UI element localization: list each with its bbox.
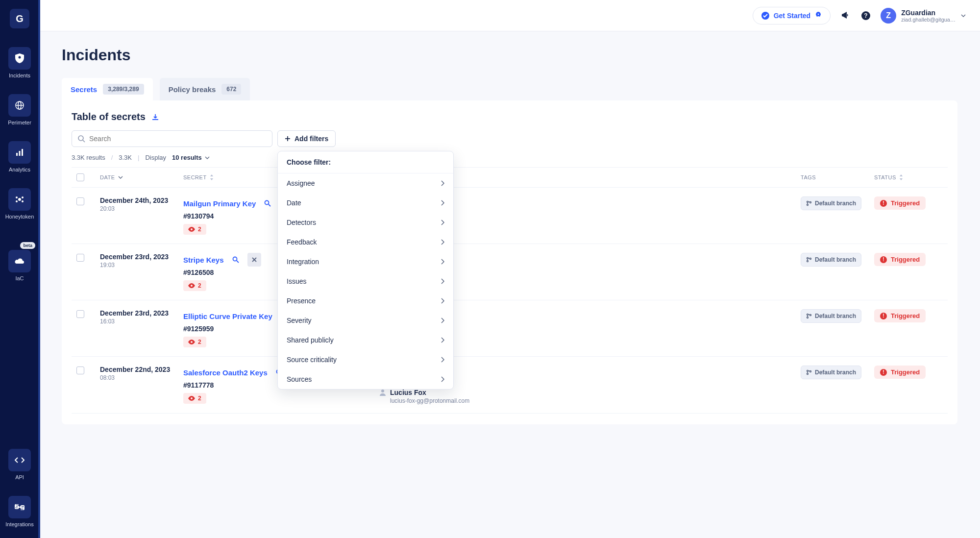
chevron-right-icon [441,180,444,186]
filter-option[interactable]: Shared publicly [278,330,453,350]
col-date[interactable]: DATE [100,174,183,180]
sidebar-item-honeytoken[interactable]: Honeytoken [2,183,37,223]
status-badge: ! Triggered [874,253,926,266]
svg-point-55 [807,317,808,318]
row-date: December 22nd, 2023 [100,366,183,373]
svg-point-16 [818,13,819,14]
results-total: 3.3K [119,154,132,161]
filter-option[interactable]: Severity [278,311,453,330]
sidebar-item-perimeter[interactable]: Perimeter [2,89,37,129]
person-email: lucius-fox-gg@protonmail.com [390,397,801,404]
secret-link[interactable]: Elliptic Curve Private Key [183,312,272,320]
close-icon[interactable] [247,253,261,267]
filter-option-label: Presence [287,297,316,305]
filter-option-label: Source criticality [287,356,337,364]
chevron-down-icon [960,13,966,19]
row-date: December 23rd, 2023 [100,253,183,261]
check-circle-icon [761,11,770,20]
filter-option[interactable]: Source criticality [278,350,453,369]
avatar: Z [881,8,896,24]
col-status[interactable]: STATUS [874,174,943,180]
display-select[interactable]: 10 results [172,154,210,161]
chevron-right-icon [441,318,444,323]
filter-option[interactable]: Presence [278,291,453,311]
search-input[interactable] [72,130,272,147]
help-icon[interactable]: ? [860,10,872,22]
get-started-button[interactable]: Get Started [753,7,831,24]
panel-title: Table of secrets [72,111,146,122]
get-started-label: Get Started [774,12,810,20]
svg-point-9 [22,196,24,198]
plus-icon [285,136,291,142]
rocket-icon [814,12,822,20]
filter-option[interactable]: Date [278,193,453,213]
add-filters-button[interactable]: Add filters [277,130,336,147]
row-checkbox[interactable] [76,197,84,205]
select-all-checkbox[interactable] [76,173,84,181]
magnify-icon[interactable] [229,253,243,267]
filter-option[interactable]: Assignee [278,173,453,193]
sidebar-item-label: Integrations [5,521,33,527]
search-field[interactable] [89,135,266,143]
results-count: 3.3K results [72,154,105,161]
secret-link[interactable]: Mailgun Primary Key [183,199,256,208]
filter-option[interactable]: Sources [278,369,453,389]
display-label: Display [145,154,166,161]
row-checkbox[interactable] [76,254,84,262]
cloud-icon [8,250,31,272]
app-logo[interactable]: G [10,9,29,28]
sort-icon [899,174,903,180]
add-filters-label: Add filters [294,135,328,143]
user-menu[interactable]: Z ZGuardian ziad.ghalleb@gitgua… [881,8,966,24]
topbar: Get Started ? Z ZGuardian ziad.ghalleb@g… [39,0,980,31]
chevron-right-icon [441,337,444,343]
announcements-icon[interactable] [839,10,851,22]
svg-point-65 [807,370,808,372]
secret-link[interactable]: Salesforce Oauth2 Keys [183,368,268,377]
svg-point-45 [807,261,808,262]
secret-link[interactable]: Stripe Keys [183,256,224,264]
alert-icon: ! [880,200,887,207]
svg-point-66 [807,373,808,375]
sidebar-item-api[interactable]: API [2,444,37,484]
eye-icon [188,340,195,344]
col-date-label: DATE [100,174,115,180]
chevron-down-icon [118,175,123,180]
status-badge: ! Triggered [874,366,926,379]
row-checkbox[interactable] [76,310,84,318]
chevron-right-icon [441,376,444,382]
sidebar-item-integrations[interactable]: Integrations [2,491,37,531]
filter-option[interactable]: Feedback [278,232,453,252]
svg-point-46 [810,258,811,260]
tab-policy-breaks[interactable]: Policy breaks 672 [160,78,250,100]
tab-secrets[interactable]: Secrets 3,289/3,289 [62,78,153,100]
page-title: Incidents [62,46,957,64]
tabs: Secrets 3,289/3,289 Policy breaks 672 [62,78,957,100]
sidebar-item-analytics[interactable]: Analytics [2,136,37,176]
filter-option-label: Shared publicly [287,336,334,344]
chart-icon [8,141,31,164]
sidebar-item-label: Analytics [9,167,30,172]
chevron-right-icon [441,259,444,265]
col-tags-label: TAGS [801,174,816,180]
alert-icon: ! [880,256,887,263]
svg-point-10 [16,200,18,202]
chevron-right-icon [441,239,444,245]
sidebar-item-incidents[interactable]: Incidents [2,42,37,82]
link-icon [8,496,31,518]
download-icon[interactable] [151,113,159,121]
row-time: 19:03 [100,262,183,269]
secrets-table: DATE SECRET TAGS STATUS [72,167,948,414]
globe-icon [8,94,31,117]
filter-option[interactable]: Issues [278,271,453,291]
filter-option-label: Assignee [287,179,315,187]
filter-option[interactable]: Integration [278,252,453,271]
magnify-icon[interactable] [261,196,274,210]
occurrences-badge: 2 [183,224,206,235]
filter-option[interactable]: Detectors [278,213,453,232]
row-checkbox[interactable] [76,367,84,374]
svg-line-36 [237,261,239,263]
eye-icon [188,283,195,288]
filter-option-label: Detectors [287,219,316,226]
sidebar-item-iac[interactable]: beta IaC [2,245,37,285]
